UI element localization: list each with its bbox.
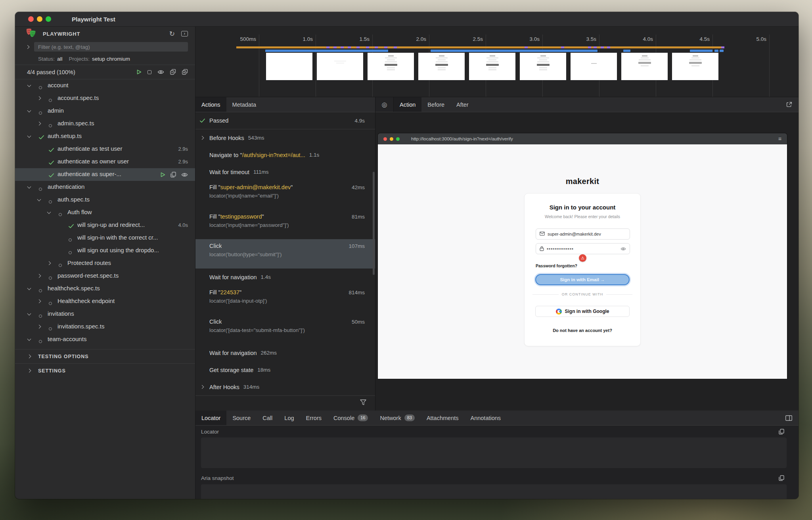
- run-test-play-icon[interactable]: [161, 172, 165, 177]
- action-item-fill-testingpassword[interactable]: Fill "testingpassword"81mslocator('input…: [195, 210, 375, 239]
- tree-item-authenticate-as-owner-user[interactable]: authenticate as owner user2.9s: [15, 155, 195, 168]
- tree-item-protected-routes[interactable]: Protected routes: [15, 257, 195, 270]
- reload-tests-icon[interactable]: ↻: [169, 31, 175, 37]
- tab-before[interactable]: Before: [421, 97, 450, 112]
- forgot-password-link[interactable]: Password forgotten?: [536, 263, 577, 268]
- tree-item-auth-setup-ts[interactable]: auth.setup.ts: [15, 130, 195, 143]
- tab-locator[interactable]: Locator: [195, 411, 226, 425]
- stop-icon[interactable]: [147, 70, 151, 74]
- action-item-navigate-to-auth-sign-in-next-aut[interactable]: Navigate to "/auth/sign-in?next=/aut...1…: [195, 146, 375, 163]
- tree-item-auth-flow[interactable]: Auth flow: [15, 206, 195, 219]
- tree-item-admin-spec-ts[interactable]: admin.spec.ts: [15, 117, 195, 130]
- action-item-wait-for-navigation[interactable]: Wait for navigation262ms: [195, 344, 375, 361]
- filter-funnel-icon[interactable]: [360, 399, 366, 407]
- sidebar-section-settings[interactable]: SETTINGS: [15, 363, 195, 378]
- tab-source[interactable]: Source: [226, 411, 257, 425]
- open-external-icon[interactable]: [786, 97, 792, 112]
- timeline-screenshot-thumbnail[interactable]: [317, 53, 363, 80]
- tree-item-account-spec-ts[interactable]: account.spec.ts: [15, 92, 195, 105]
- tab-actions[interactable]: Actions: [195, 97, 226, 112]
- action-item-click[interactable]: Click107mslocator('button[type="submit"]…: [195, 239, 375, 269]
- test-status-row[interactable]: Passed 4.9s: [195, 112, 375, 129]
- filter-input[interactable]: [34, 42, 188, 52]
- tree-item-healthcheck-endpoint[interactable]: Healthcheck endpoint: [15, 295, 195, 308]
- copy-icon[interactable]: [779, 429, 784, 435]
- expand-all-icon[interactable]: [182, 69, 188, 75]
- tab-log[interactable]: Log: [278, 411, 300, 425]
- sidebar-section-testing-options[interactable]: TESTING OPTIONS: [15, 349, 195, 363]
- tree-item-invitations[interactable]: invitations: [15, 308, 195, 320]
- tab-call[interactable]: Call: [257, 411, 278, 425]
- signup-link[interactable]: Do not have an account yet?: [525, 328, 640, 333]
- split-view-icon[interactable]: [785, 411, 792, 425]
- tab-network[interactable]: Network83: [374, 411, 420, 425]
- tree-item-will-sign-out-using-the-dropdo[interactable]: will sign out using the dropdo...: [15, 244, 195, 257]
- chevron-down-icon[interactable]: [27, 83, 31, 87]
- tree-item-healthcheck-spec-ts[interactable]: healthcheck.spec.ts: [15, 282, 195, 295]
- tree-item-admin[interactable]: admin: [15, 105, 195, 117]
- tree-item-team-accounts[interactable]: team-accounts: [15, 333, 195, 346]
- action-item-fill-super-admin-makerkit-dev[interactable]: Fill "super-admin@makerkit.dev"42mslocat…: [195, 180, 375, 210]
- action-item-click[interactable]: Click50mslocator('[data-test="submit-mfa…: [195, 315, 375, 344]
- copy-icon[interactable]: [779, 475, 784, 481]
- terminal-icon[interactable]: ›: [181, 31, 188, 36]
- chevron-down-icon[interactable]: [27, 134, 31, 138]
- locator-editor[interactable]: [201, 437, 787, 468]
- timeline-screenshot-thumbnail[interactable]: [368, 53, 414, 80]
- minimize-window-button[interactable]: [37, 16, 42, 22]
- chevron-down-icon[interactable]: [27, 109, 31, 113]
- action-item-before-hooks[interactable]: Before Hooks543ms: [195, 129, 375, 146]
- tree-item-authentication[interactable]: authentication: [15, 181, 195, 194]
- pick-locator-target-icon[interactable]: ◎: [375, 97, 394, 112]
- aria-snapshot-editor[interactable]: [201, 484, 787, 499]
- chevron-right-icon[interactable]: [37, 274, 41, 278]
- run-all-play-icon[interactable]: [137, 69, 142, 75]
- tree-item-will-sign-up-and-redirect[interactable]: will sign-up and redirect...4.0s: [15, 219, 195, 232]
- sign-in-email-button[interactable]: Sign in with Email →: [535, 274, 630, 285]
- tab-annotations[interactable]: Annotations: [464, 411, 507, 425]
- watch-all-eye-icon[interactable]: [157, 70, 164, 74]
- action-item-get-storage-state[interactable]: Get storage state18ms: [195, 361, 375, 378]
- chevron-right-icon[interactable]: [37, 96, 41, 100]
- timeline-screenshot-thumbnail[interactable]: [672, 53, 718, 80]
- tree-item-authenticate-as-super[interactable]: authenticate as super-...: [15, 168, 195, 181]
- chevron-right-icon[interactable]: [200, 385, 204, 389]
- sign-in-google-button[interactable]: Sign in with Google: [535, 306, 630, 317]
- watch-eye-icon[interactable]: [181, 173, 188, 177]
- tree-item-authenticate-as-test-user[interactable]: authenticate as test user2.9s: [15, 143, 195, 155]
- chevron-down-icon[interactable]: [47, 210, 51, 214]
- tab-metadata[interactable]: Metadata: [226, 97, 262, 112]
- chevron-right-icon[interactable]: [37, 122, 41, 126]
- show-password-eye-icon[interactable]: [620, 247, 626, 251]
- tree-item-invitations-spec-ts[interactable]: invitations.spec.ts: [15, 320, 195, 333]
- tab-console[interactable]: Console16: [327, 411, 374, 425]
- close-window-button[interactable]: [28, 16, 34, 22]
- chevron-right-icon[interactable]: [47, 261, 51, 265]
- action-item-fill-224537[interactable]: Fill "224537"814mslocator('[data-input-o…: [195, 286, 375, 315]
- action-item-after-hooks[interactable]: After Hooks314ms: [195, 378, 375, 395]
- chevron-down-icon[interactable]: [27, 286, 31, 290]
- timeline-screenshot-thumbnail[interactable]: [571, 53, 617, 80]
- tab-attachments[interactable]: Attachments: [421, 411, 465, 425]
- action-item-wait-for-timeout[interactable]: Wait for timeout111ms: [195, 163, 375, 180]
- timeline-screenshot-thumbnail[interactable]: [469, 53, 515, 80]
- chevron-down-icon[interactable]: [37, 198, 41, 201]
- collapse-all-icon[interactable]: [170, 69, 176, 75]
- tree-item-auth-spec-ts[interactable]: auth.spec.ts: [15, 194, 195, 206]
- action-item-wait-for-navigation[interactable]: Wait for navigation1.4s: [195, 269, 375, 286]
- copy-icon[interactable]: [170, 172, 176, 178]
- scrollbar-thumb[interactable]: [373, 172, 375, 275]
- tree-item-account[interactable]: account: [15, 79, 195, 92]
- chevron-down-icon[interactable]: [27, 312, 31, 316]
- tab-errors[interactable]: Errors: [300, 411, 327, 425]
- chevron-right-icon[interactable]: [26, 45, 30, 49]
- timeline-screenshot-thumbnail[interactable]: [418, 53, 465, 80]
- chevron-right-icon[interactable]: [37, 299, 41, 303]
- email-field[interactable]: super-admin@makerkit.dev: [536, 228, 630, 240]
- chevron-right-icon[interactable]: [37, 325, 41, 329]
- tree-item-password-reset-spec-ts[interactable]: password-reset.spec.ts: [15, 270, 195, 282]
- password-field[interactable]: ••••••••••••••: [536, 243, 630, 254]
- tab-action[interactable]: Action: [394, 97, 421, 112]
- chevron-down-icon[interactable]: [27, 185, 31, 189]
- chevron-right-icon[interactable]: [200, 136, 204, 140]
